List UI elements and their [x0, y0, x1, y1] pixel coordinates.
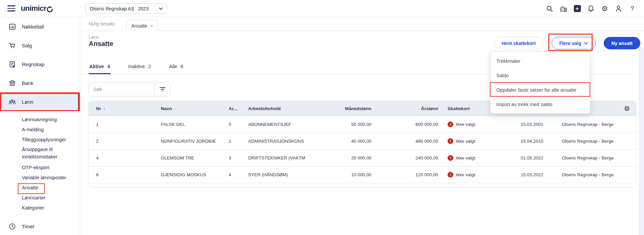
chevron-down-icon	[159, 7, 163, 10]
menu-item-import-trekk-saldo[interactable]: Import av trekk med saldo	[491, 97, 590, 111]
tab-alle[interactable]: Alle 6	[169, 64, 184, 74]
tab-label: Inaktive	[128, 64, 145, 69]
cell-manedslonn: 40 000,00	[325, 139, 371, 144]
cell-navn: NONFIGURATIV JORDBÆ	[153, 139, 221, 144]
cell-ar: 3	[221, 155, 241, 160]
cell-ar: 4	[221, 172, 241, 177]
submenu-item-variable-lonnsposter[interactable]: Variable lønnsposter	[0, 173, 80, 183]
logo-o-glyph	[47, 6, 53, 12]
ny-ansatt-button[interactable]: Ny ansatt	[604, 37, 640, 49]
column-header-nr[interactable]: Nr↑	[89, 106, 153, 111]
clock-icon	[8, 222, 16, 230]
column-header-arbeidsforhold[interactable]: Arbeidsforhold	[241, 106, 325, 111]
cell-navn: GLEMSOM TRE	[153, 155, 221, 160]
table-footer	[89, 183, 636, 187]
sidebar-item-label: Timer	[22, 224, 35, 229]
submenu-item-lonnsarter[interactable]: Lønnsarter	[0, 193, 80, 203]
table-settings-cell: ⚙	[617, 105, 636, 112]
table-row[interactable]: 4 GLEMSOM TRE 3 DRIFTSTEKNIKER (VAKTM 20…	[89, 149, 636, 166]
submenu-item-ansatte[interactable]: Ansatte	[0, 183, 80, 193]
page-title: Ansatte	[89, 40, 113, 48]
ledger-icon	[8, 60, 16, 68]
help-icon[interactable]: ?	[629, 5, 636, 12]
cell-selskap: Olsens Regnskap - Berge	[543, 172, 617, 177]
search-input[interactable]	[88, 82, 154, 96]
sort-ascending-icon: ↑	[103, 106, 105, 111]
submenu-item-tilleggsopplysninger[interactable]: Tilleggsopplysninger	[0, 135, 80, 145]
company-year: 2023	[138, 6, 148, 11]
sidebar-item-label: Salg	[22, 43, 32, 48]
flere-valg-button[interactable]: Flere valg	[552, 37, 596, 49]
cell-selskap: Olsens Regnskap - Berge	[543, 155, 617, 160]
top-bar: unimicr Olsens Regnskap AS 2023 + ⚙ ?	[0, 0, 644, 17]
sidebar-item-regnskap[interactable]: Regnskap	[0, 55, 80, 74]
cell-arbeidsforhold: DRIFTSTEKNIKER (VAKTM	[241, 155, 325, 160]
tab-inaktive[interactable]: Inaktive 2	[128, 64, 152, 74]
submenu-item-otp-eksport[interactable]: OTP-eksport	[0, 162, 80, 173]
cell-arbeidsforhold: SYER (HÅNDSØM)	[241, 172, 325, 177]
submenu-item-arsoppgave[interactable]: Årsoppgave til inntektsmottaker	[0, 145, 80, 162]
alert-icon: !	[448, 155, 453, 161]
tab-label: Alle	[169, 64, 177, 69]
cell-dato: 15.03.2001	[490, 122, 543, 127]
bell-icon[interactable]	[587, 5, 595, 12]
cell-nr: 4	[89, 155, 153, 160]
cell-skattekort: ! Ikke valgt	[438, 172, 490, 178]
cell-nr: 1	[89, 122, 153, 127]
sidebar-item-label: Nøkkeltall	[22, 24, 44, 30]
skattekort-status: Ikke valgt	[456, 172, 475, 177]
scrollbar-track[interactable]	[639, 47, 644, 235]
sidebar-item-timer[interactable]: Timer	[0, 217, 80, 235]
filter-button[interactable]	[154, 82, 170, 96]
gear-icon[interactable]: ⚙	[601, 5, 608, 12]
submenu-item-lonnsavregning[interactable]: Lønnsavregning	[0, 114, 80, 125]
sidebar-item-nokkeltall[interactable]: Nøkkeltall	[0, 17, 80, 36]
company-selector[interactable]: Olsens Regnskap AS 2023	[85, 3, 167, 14]
column-header-navn[interactable]: Navn	[153, 106, 221, 111]
sidebar-item-lonn[interactable]: Lønn	[0, 92, 80, 111]
cart-icon	[8, 41, 16, 49]
cell-skattekort: ! Ikke valgt	[438, 138, 490, 144]
column-header-ar[interactable]: Ar...	[221, 106, 241, 111]
skattekort-status: Ikke valgt	[456, 155, 475, 160]
hamburger-menu-icon[interactable]	[7, 5, 15, 11]
topbar-icons: + ⚙ ?	[546, 0, 636, 17]
recently-visited-label: Nylig besøkt:	[89, 21, 116, 27]
page-header: Lønn Ansatte Hent skattekort Flere valg …	[81, 31, 644, 54]
user-icon[interactable]	[615, 5, 622, 12]
tab-count: 4	[107, 64, 110, 69]
alert-icon: !	[448, 138, 453, 144]
tab-ansatte[interactable]: Ansatte ×	[126, 20, 158, 31]
table-row[interactable]: 1 FALSK DEL 5 ABONNEMENTSJEF 50 000,00 6…	[89, 116, 636, 133]
menu-item-trekkmaler[interactable]: Trekkmaler	[491, 54, 590, 68]
submenu-item-a-melding[interactable]: A-melding	[0, 125, 80, 135]
search-row	[88, 82, 170, 96]
column-header-arslonn[interactable]: Årslønn	[371, 106, 438, 111]
help-glyph: ?	[631, 5, 634, 12]
tab-label: Ansatte	[131, 23, 147, 29]
tab-label: Aktive	[89, 64, 104, 69]
tab-aktive[interactable]: Aktive 4	[89, 64, 111, 74]
search-icon[interactable]	[546, 5, 553, 12]
plus-icon[interactable]: +	[573, 5, 581, 12]
table-row[interactable]: 2 NONFIGURATIV JORDBÆ 1 ADMINISTRASJONSK…	[89, 133, 636, 149]
plus-glyph: +	[574, 5, 581, 12]
buildings-icon[interactable]	[560, 5, 567, 12]
cell-selskap: Olsens Regnskap - Berge	[543, 139, 617, 144]
cell-skattekort: ! Ikke valgt	[438, 155, 490, 161]
hent-skattekort-button[interactable]: Hent skattekort	[494, 37, 544, 49]
table-settings-gear-icon[interactable]: ⚙	[624, 105, 630, 112]
sidebar-item-salg[interactable]: Salg	[0, 36, 80, 55]
menu-item-saldo[interactable]: Saldo	[491, 68, 590, 83]
table-row[interactable]: 6 GJENSIDIG MOSKUS 4 SYER (HÅNDSØM) 10 0…	[89, 166, 636, 183]
column-header-skattekort[interactable]: Skattekort	[438, 106, 490, 111]
close-icon[interactable]: ×	[150, 23, 153, 29]
submenu-item-kategorier[interactable]: Kategorier	[0, 203, 80, 213]
sidebar-item-bank[interactable]: Bank	[0, 74, 80, 92]
lonn-submenu: Lønnsavregning A-melding Tilleggsopplysn…	[0, 111, 80, 213]
column-header-manedslonn[interactable]: Månedslønn	[325, 106, 371, 111]
alert-icon: !	[448, 122, 453, 127]
breadcrumb: Lønn	[89, 35, 99, 40]
cell-dato: 15.04.2010	[490, 139, 543, 144]
menu-item-oppdater-faste-satser[interactable]: Oppdater faste satser for alle ansatte	[491, 83, 590, 97]
